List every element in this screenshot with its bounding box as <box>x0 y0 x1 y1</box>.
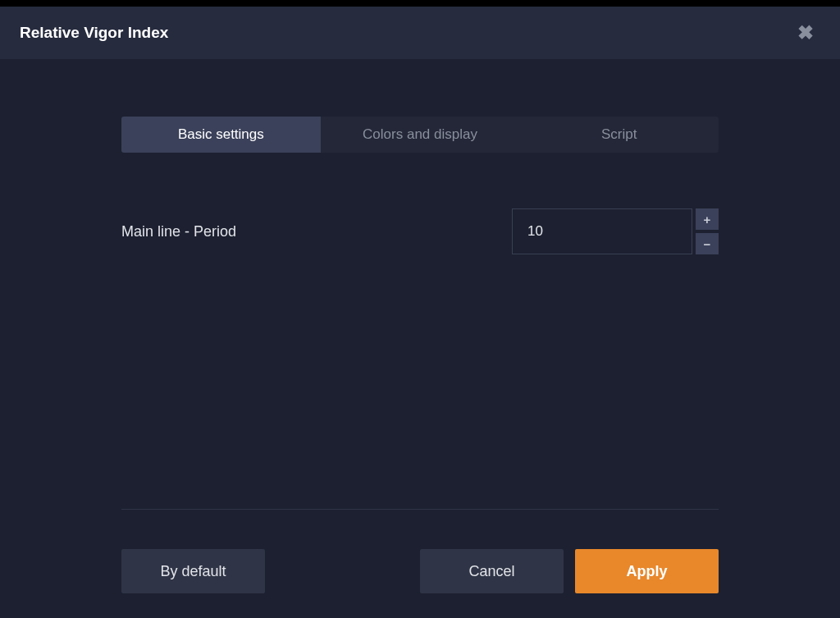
settings-modal: Relative Vigor Index ✖ Basic settings Co… <box>0 7 840 618</box>
stepper-buttons: + − <box>696 208 719 254</box>
setting-label: Main line - Period <box>121 223 236 240</box>
tabs: Basic settings Colors and display Script <box>121 117 719 153</box>
period-stepper: + − <box>512 208 719 254</box>
modal-header: Relative Vigor Index ✖ <box>0 7 840 59</box>
by-default-button[interactable]: By default <box>121 549 265 593</box>
apply-button[interactable]: Apply <box>575 549 719 593</box>
tab-script[interactable]: Script <box>519 117 719 153</box>
tab-colors-and-display[interactable]: Colors and display <box>321 117 520 153</box>
tab-basic-settings[interactable]: Basic settings <box>121 117 321 153</box>
modal-title: Relative Vigor Index <box>20 24 168 42</box>
modal-footer: By default Cancel Apply <box>121 510 719 618</box>
modal-body: Basic settings Colors and display Script… <box>0 59 840 618</box>
setting-row-main-line-period: Main line - Period + − <box>121 208 719 254</box>
settings-area: Main line - Period + − <box>121 208 719 254</box>
close-icon[interactable]: ✖ <box>791 20 820 46</box>
increment-button[interactable]: + <box>696 208 719 230</box>
period-input[interactable] <box>512 208 692 254</box>
decrement-button[interactable]: − <box>696 233 719 254</box>
cancel-button[interactable]: Cancel <box>420 549 564 593</box>
